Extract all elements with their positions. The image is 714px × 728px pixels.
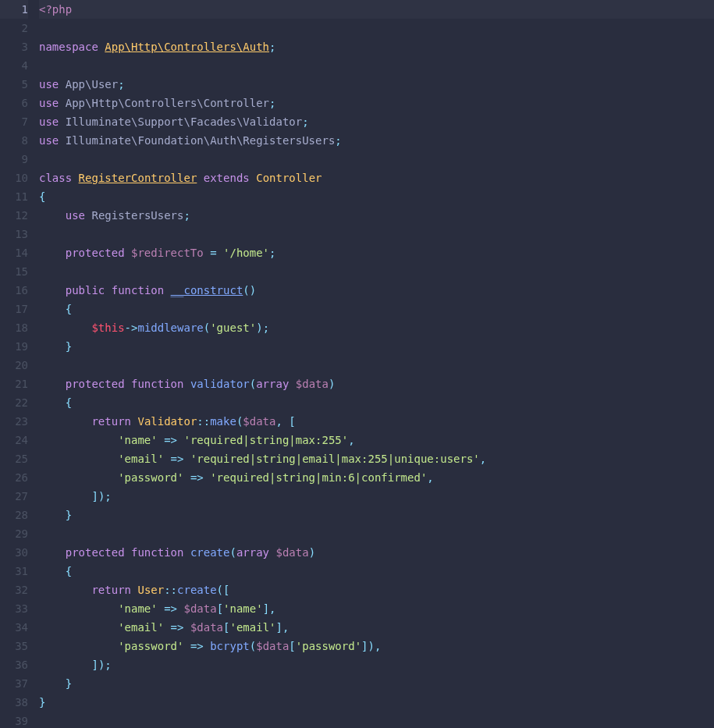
code-line[interactable]: use Illuminate\Support\Facades\Validator…: [39, 112, 714, 131]
line-number: 17: [0, 300, 28, 318]
code-line[interactable]: [39, 150, 714, 169]
code-line[interactable]: }: [39, 674, 714, 693]
line-number: 37: [0, 674, 28, 693]
code-line[interactable]: protected function validator(array $data…: [39, 375, 714, 393]
line-number-gutter: 1 2 3 4 5 6 7 8 9 10 11 12 13 14 15 16 1…: [0, 0, 36, 728]
line-number: 34: [0, 618, 28, 637]
line-number: 35: [0, 637, 28, 655]
line-number: 16: [0, 281, 28, 300]
code-line[interactable]: 'name' => 'required|string|max:255',: [39, 431, 714, 449]
line-number: 5: [0, 75, 28, 94]
code-line[interactable]: }: [39, 506, 714, 524]
code-line[interactable]: {: [39, 562, 714, 581]
line-number: 3: [0, 37, 28, 56]
code-line[interactable]: public function __construct(): [39, 281, 714, 300]
code-line[interactable]: class RegisterController extends Control…: [39, 169, 714, 187]
line-number: 12: [0, 206, 28, 225]
line-number: 23: [0, 412, 28, 431]
line-number: 11: [0, 187, 28, 206]
line-number: 4: [0, 56, 28, 75]
code-line[interactable]: }: [39, 337, 714, 356]
code-line[interactable]: [39, 356, 714, 375]
code-line[interactable]: {: [39, 187, 714, 206]
line-number: 13: [0, 225, 28, 243]
code-line[interactable]: 'email' => 'required|string|email|max:25…: [39, 449, 714, 468]
code-line[interactable]: return User::create([: [39, 581, 714, 599]
code-line[interactable]: namespace App\Http\Controllers\Auth;: [39, 37, 714, 56]
code-line[interactable]: return Validator::make($data, [: [39, 412, 714, 431]
line-number: 1: [0, 0, 28, 19]
line-number: 20: [0, 356, 28, 375]
code-line[interactable]: [39, 524, 714, 543]
line-number: 21: [0, 375, 28, 393]
code-line[interactable]: protected function create(array $data): [39, 543, 714, 562]
line-number: 29: [0, 524, 28, 543]
line-number: 19: [0, 337, 28, 356]
code-line[interactable]: $this->middleware('guest');: [39, 318, 714, 337]
line-number: 15: [0, 262, 28, 281]
namespace-link[interactable]: App\Http\Controllers\Auth: [105, 41, 269, 53]
code-line[interactable]: 'email' => $data['email'],: [39, 618, 714, 637]
code-area[interactable]: <?php namespace App\Http\Controllers\Aut…: [36, 0, 714, 728]
line-number: 38: [0, 693, 28, 712]
line-number: 25: [0, 449, 28, 468]
code-line[interactable]: 'password' => 'required|string|min:6|con…: [39, 468, 714, 487]
line-number: 7: [0, 112, 28, 131]
line-number: 39: [0, 712, 28, 728]
code-line[interactable]: use App\User;: [39, 75, 714, 94]
line-number: 24: [0, 431, 28, 449]
code-line[interactable]: ]);: [39, 655, 714, 674]
code-line[interactable]: use RegistersUsers;: [39, 206, 714, 225]
code-line[interactable]: {: [39, 393, 714, 412]
code-line[interactable]: 'password' => bcrypt($data['password']),: [39, 637, 714, 655]
line-number: 14: [0, 243, 28, 262]
code-line[interactable]: protected $redirectTo = '/home';: [39, 243, 714, 262]
code-line[interactable]: }: [39, 693, 714, 712]
class-name[interactable]: RegisterController: [79, 172, 197, 184]
code-line[interactable]: [39, 712, 714, 728]
line-number: 8: [0, 131, 28, 150]
code-line[interactable]: {: [39, 300, 714, 318]
code-line[interactable]: [39, 225, 714, 243]
code-line[interactable]: [39, 19, 714, 37]
line-number: 36: [0, 655, 28, 674]
line-number: 28: [0, 506, 28, 524]
line-number: 33: [0, 599, 28, 618]
line-number: 32: [0, 581, 28, 599]
line-number: 18: [0, 318, 28, 337]
line-number: 27: [0, 487, 28, 506]
line-number: 10: [0, 169, 28, 187]
code-line[interactable]: 'name' => $data['name'],: [39, 599, 714, 618]
code-line[interactable]: [39, 262, 714, 281]
method-construct[interactable]: __construct: [171, 284, 243, 297]
line-number: 26: [0, 468, 28, 487]
line-number: 2: [0, 19, 28, 37]
token-php-open: <?php: [39, 3, 72, 16]
line-number: 22: [0, 393, 28, 412]
line-number: 6: [0, 94, 28, 112]
code-line[interactable]: ]);: [39, 487, 714, 506]
line-number: 31: [0, 562, 28, 581]
code-line[interactable]: use Illuminate\Foundation\Auth\Registers…: [39, 131, 714, 150]
code-editor[interactable]: 1 2 3 4 5 6 7 8 9 10 11 12 13 14 15 16 1…: [0, 0, 714, 728]
code-line[interactable]: use App\Http\Controllers\Controller;: [39, 94, 714, 112]
line-number: 9: [0, 150, 28, 169]
code-line[interactable]: <?php: [39, 0, 714, 19]
line-number: 30: [0, 543, 28, 562]
code-line[interactable]: [39, 56, 714, 75]
